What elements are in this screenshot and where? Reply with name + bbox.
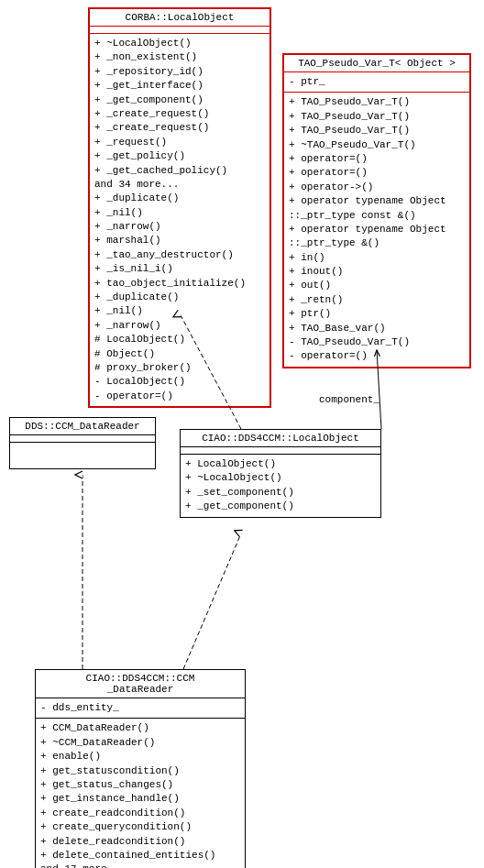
dds-ccm-datareader-title: DDS::CCM_DataReader — [10, 418, 155, 435]
corba-localobject-box: CORBA::LocalObject + ~LocalObject() + _n… — [88, 7, 271, 408]
corba-localobject-attrs — [90, 27, 270, 34]
ciao-localobject-attrs — [181, 447, 380, 455]
tao-pseudo-var-title: TAO_Pseudo_Var_T< Object > — [284, 55, 469, 72]
ciao-ccm-datareader-box: CIAO::DDS4CCM::CCM_DataReader - dds_enti… — [35, 669, 246, 868]
ciao-ccm-datareader-title: CIAO::DDS4CCM::CCM_DataReader — [36, 670, 245, 698]
tao-pseudo-var-attrs: - ptr_ — [284, 72, 469, 93]
corba-localobject-title: CORBA::LocalObject — [90, 9, 270, 27]
ciao-ccm-datareader-methods: + CCM_DataReader() + ~CCM_DataReader() +… — [36, 719, 245, 868]
dds-ccm-datareader-methods — [10, 443, 155, 468]
corba-localobject-methods: + ~LocalObject() + _non_existent() + _re… — [90, 34, 270, 406]
dds-ccm-datareader-attrs — [10, 435, 155, 443]
dds-ccm-datareader-box: DDS::CCM_DataReader — [9, 417, 156, 469]
ciao-ccm-to-ciao-local-arrow — [183, 533, 241, 669]
tao-pseudo-var-box: TAO_Pseudo_Var_T< Object > - ptr_ + TAO_… — [282, 53, 471, 368]
tao-pseudo-var-methods: + TAO_Pseudo_Var_T() + TAO_Pseudo_Var_T(… — [284, 93, 469, 366]
component-label: component_ — [319, 394, 380, 405]
ciao-ccm-datareader-attrs: - dds_entity_ — [36, 698, 245, 719]
ciao-localobject-title: CIAO::DDS4CCM::LocalObject — [181, 430, 380, 447]
ciao-localobject-methods: + LocalObject() + ~LocalObject() + _set_… — [181, 455, 380, 517]
ciao-localobject-box: CIAO::DDS4CCM::LocalObject + LocalObject… — [180, 429, 381, 518]
